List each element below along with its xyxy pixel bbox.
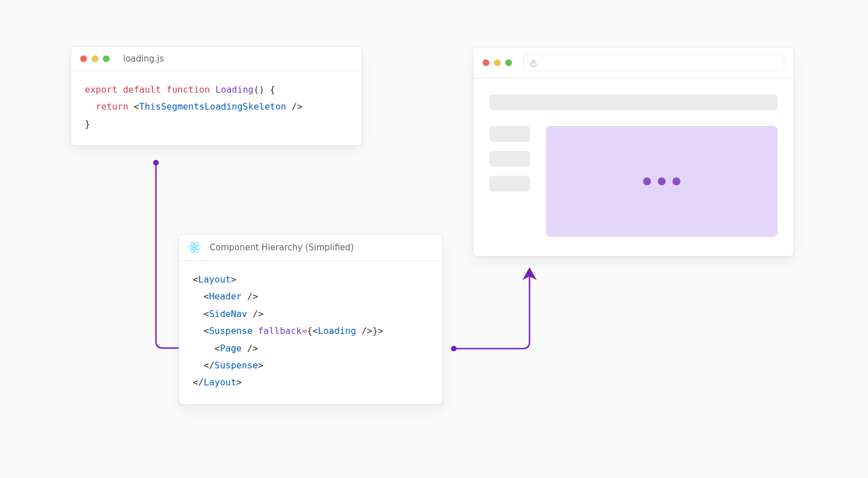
lock-icon — [530, 59, 537, 67]
kw-return: return — [96, 101, 128, 112]
tag-sidenav: SideNav — [209, 308, 247, 319]
browser-chrome — [474, 47, 793, 79]
code-filename: loading.js — [123, 54, 164, 64]
traffic-green-icon — [505, 59, 512, 66]
loading-dot-icon — [658, 177, 666, 185]
traffic-green-icon — [103, 55, 110, 62]
svg-point-1 — [451, 346, 457, 351]
browser-viewport — [474, 79, 793, 256]
hierarchy-title: Component Hierarchy (Simplified) — [210, 242, 354, 253]
loading-dot-icon — [643, 177, 651, 185]
traffic-red-icon — [80, 55, 87, 62]
kw-default: default — [123, 84, 160, 95]
code-card: loading.js export default function Loadi… — [71, 46, 362, 146]
skeleton-item — [489, 126, 530, 142]
svg-rect-6 — [531, 63, 536, 66]
svg-point-2 — [193, 246, 196, 249]
tag-suspense: Suspense — [209, 325, 253, 336]
tag-layout-close: Layout — [203, 377, 236, 388]
traffic-red-icon — [483, 59, 489, 66]
tag-suspense-close: Suspense — [215, 360, 258, 371]
kw-export: export — [85, 84, 118, 95]
hierarchy-code: <Layout> <Header /> <SideNav /> <Suspens… — [179, 261, 442, 404]
skeleton-header — [489, 94, 778, 110]
tag-layout: Layout — [198, 274, 231, 285]
hierarchy-card-header: Component Hierarchy (Simplified) — [179, 234, 442, 261]
address-bar[interactable] — [523, 54, 784, 71]
skeleton-item — [489, 151, 530, 167]
fn-name: Loading — [215, 84, 253, 95]
react-icon — [188, 241, 201, 254]
skeleton-item — [489, 176, 530, 192]
loading-skeleton-component: ThisSegmentsLoadingSkeleton — [139, 101, 286, 112]
skeleton-sidenav — [489, 126, 530, 237]
traffic-lights — [483, 59, 512, 66]
browser-card — [473, 47, 794, 257]
loading-content-area — [546, 126, 778, 237]
attr-fallback: fallback — [258, 325, 302, 336]
traffic-lights — [80, 55, 110, 62]
code-card-header: loading.js — [71, 47, 362, 71]
svg-point-0 — [153, 160, 159, 166]
traffic-yellow-icon — [494, 59, 501, 66]
hierarchy-card: Component Hierarchy (Simplified) <Layout… — [179, 234, 443, 405]
code-block: export default function Loading() { retu… — [71, 71, 362, 145]
loading-dot-icon — [672, 177, 680, 185]
tag-header: Header — [209, 291, 242, 302]
kw-function: function — [167, 84, 210, 95]
tag-loading: Loading — [318, 325, 356, 336]
tag-page: Page — [220, 343, 242, 354]
traffic-yellow-icon — [92, 55, 98, 62]
